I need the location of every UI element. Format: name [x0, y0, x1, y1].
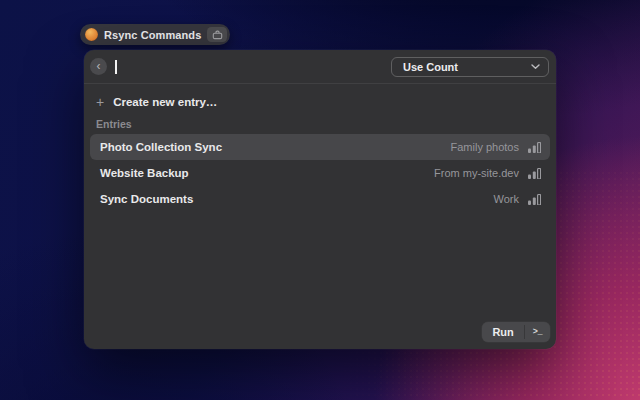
entry-accessory-tag: Family photos [451, 141, 519, 153]
entry-accessory-tag: Work [494, 193, 519, 205]
run-button-label: Run [492, 326, 513, 338]
create-new-entry-button[interactable]: + Create new entry… [90, 88, 550, 115]
back-button[interactable]: ‹ [90, 58, 107, 75]
sort-dropdown-value: Use Count [403, 61, 531, 73]
terminal-prompt-icon: >_ [533, 327, 542, 337]
window-header: ‹ Use Count [84, 50, 556, 84]
use-count-bars-icon [528, 168, 541, 179]
use-count-bars-icon [528, 194, 541, 205]
back-chevron-icon: ‹ [97, 60, 101, 72]
app-title: Rsync Commands [104, 29, 201, 41]
entry-title: Photo Collection Sync [100, 141, 451, 153]
list-item-website-backup[interactable]: Website Backup From my-site.dev [90, 160, 550, 186]
use-count-bars-icon [528, 142, 541, 153]
search-input[interactable] [107, 50, 391, 83]
open-terminal-button[interactable]: >_ [525, 322, 550, 342]
chevron-down-icon [531, 64, 540, 70]
entries-section-header: Entries [96, 118, 550, 130]
entry-title: Sync Documents [100, 193, 494, 205]
text-cursor [115, 60, 117, 74]
entry-title: Website Backup [100, 167, 434, 179]
window-body: + Create new entry… Entries Photo Collec… [84, 84, 556, 212]
main-window: ‹ Use Count + Create new entry… Entries … [84, 50, 556, 349]
rsync-app-icon [85, 28, 98, 41]
entry-accessory-tag: From my-site.dev [434, 167, 519, 179]
create-new-entry-label: Create new entry… [113, 96, 217, 108]
app-title-pill[interactable]: Rsync Commands [80, 24, 230, 45]
sort-dropdown[interactable]: Use Count [391, 57, 549, 77]
plus-icon: + [96, 95, 104, 109]
list-item-photo-collection-sync[interactable]: Photo Collection Sync Family photos [90, 134, 550, 160]
list-item-sync-documents[interactable]: Sync Documents Work [90, 186, 550, 212]
footer-action-group: Run >_ [482, 322, 550, 342]
briefcase-icon [212, 30, 223, 40]
run-button[interactable]: Run [482, 322, 523, 342]
pinned-badge[interactable] [207, 27, 227, 42]
